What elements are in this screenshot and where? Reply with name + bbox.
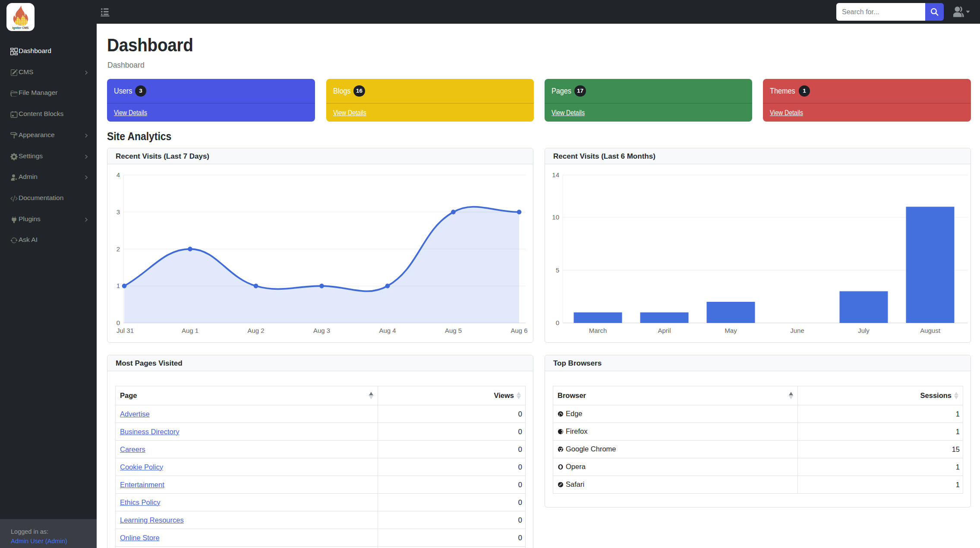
svg-text:3: 3 <box>117 208 120 216</box>
svg-text:Aug 4: Aug 4 <box>379 327 396 334</box>
svg-text:Aug 3: Aug 3 <box>313 327 330 334</box>
svg-text:August: August <box>920 327 941 334</box>
svg-text:Aug 1: Aug 1 <box>182 327 199 334</box>
svg-text:May: May <box>725 327 737 334</box>
svg-text:April: April <box>658 327 671 334</box>
svg-text:2: 2 <box>117 245 120 253</box>
svg-text:July: July <box>858 327 870 334</box>
svg-text:14: 14 <box>552 171 559 178</box>
svg-text:10: 10 <box>552 213 559 221</box>
svg-text:5: 5 <box>556 266 559 274</box>
svg-text:Igniter CMS: Igniter CMS <box>13 26 29 30</box>
svg-text:1: 1 <box>117 282 120 289</box>
svg-text:Aug 6: Aug 6 <box>510 327 527 334</box>
svg-text:Jul 31: Jul 31 <box>117 327 134 334</box>
svg-text:4: 4 <box>117 171 120 178</box>
svg-text:Aug 5: Aug 5 <box>445 327 462 334</box>
svg-text:Aug 2: Aug 2 <box>247 327 264 334</box>
svg-text:0: 0 <box>556 319 559 326</box>
svg-text:March: March <box>589 327 607 334</box>
svg-text:0: 0 <box>117 319 120 326</box>
svg-text:June: June <box>790 327 804 334</box>
